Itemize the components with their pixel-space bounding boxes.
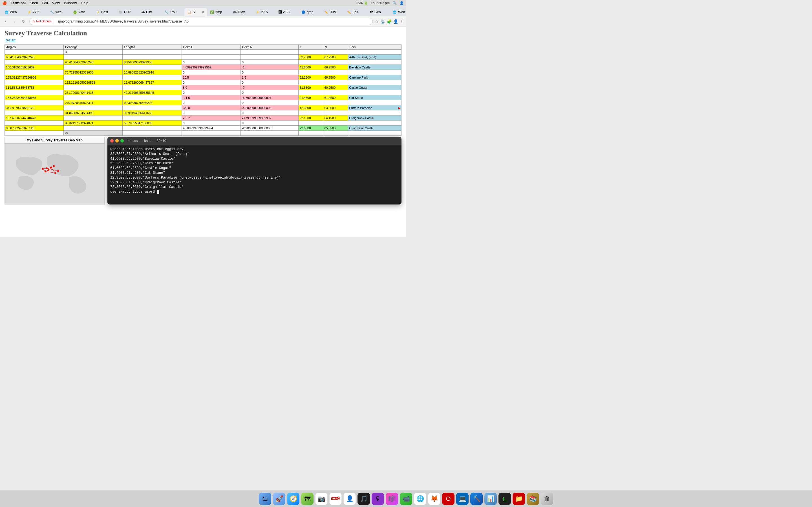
col-deltae: Delta E: [182, 45, 241, 50]
cell-angles-3: 160.3185161033639: [5, 65, 64, 70]
tab-label-275: 27.5: [33, 10, 39, 14]
tab-icon-abc: 🅱: [278, 10, 282, 14]
cell-bearings-2: 96.41084002023246: [64, 60, 123, 65]
cell-point-11: Surfers Paradise▶: [348, 105, 402, 110]
terminal-body[interactable]: users-mbp:htdocs user$ cat egg11.csv32.7…: [107, 145, 402, 205]
tab-post[interactable]: 📝 Post: [93, 8, 116, 16]
table-row: 76.7293561235963310.89082182390291600: [5, 70, 402, 75]
tab-web1[interactable]: 🌐 Web: [2, 8, 24, 16]
cell-e-9: 21.4500: [298, 95, 323, 100]
menubar-window[interactable]: Window: [64, 1, 77, 5]
cell-e-6: [298, 80, 323, 85]
menubar-search[interactable]: 🔍: [393, 1, 397, 5]
cell-bearings-14: 89.32197508924871: [64, 121, 123, 126]
map-title: My Land Survey Traverse Geo Map: [5, 137, 104, 144]
cell-deltaN-6: 0: [241, 80, 298, 85]
tab-play[interactable]: 🎮 Play: [230, 8, 253, 16]
terminal-close-button[interactable]: [110, 139, 114, 143]
terminal-line-1: 32.7500,67.2500,"Arthur's Seat, (Fort)": [110, 152, 399, 157]
tab-yate[interactable]: 🍏 Yate: [70, 8, 93, 16]
reload-button[interactable]: ↻: [20, 18, 27, 25]
tab-icon-rjmp2: 🔵: [301, 10, 305, 14]
cell-n-11: 63.0500: [323, 105, 348, 110]
menubar-shell[interactable]: Shell: [30, 1, 38, 5]
tab-label-survey: S: [193, 10, 195, 14]
menubar-view[interactable]: View: [52, 1, 60, 5]
apple-menu[interactable]: 🍎: [2, 1, 7, 5]
map-svg: [5, 144, 104, 205]
tab-rjmp2[interactable]: 🔵 rjmp: [299, 8, 321, 16]
tab-php[interactable]: 🐘 PHP: [116, 8, 139, 16]
tab-edit[interactable]: ✏️ Edit: [344, 8, 367, 16]
cell-angles-7: 319.5881835438755: [5, 85, 64, 90]
tab-survey[interactable]: 📋 S ✕: [185, 8, 207, 16]
tab-abc[interactable]: 🅱 ABC: [276, 8, 298, 16]
cell-point-1: Arthur's Seat, (Fort): [348, 55, 402, 60]
terminal-line-4: 61.6500,60.2500,"Castle Gogar": [110, 166, 399, 171]
cell-point-4: [348, 70, 402, 75]
profile-icon[interactable]: 👤: [393, 19, 398, 24]
cell-deltaN-8: 0: [241, 90, 298, 95]
cell-point-0: [348, 50, 402, 55]
cell-angles-8: [5, 90, 64, 95]
menubar: 🍎 Terminal Shell Edit View Window Help 7…: [0, 0, 406, 6]
tab-label-post: Post: [101, 10, 108, 14]
tab-icon-play: 🎮: [233, 10, 237, 14]
restart-link[interactable]: Restart: [4, 38, 15, 42]
page-title: Survey Traverse Calculation: [4, 29, 402, 37]
cell-lengths-0: [123, 50, 182, 55]
cell-point-7: Castle Gogar: [348, 85, 402, 90]
tab-icon-city: 🏙: [142, 10, 145, 14]
tab-close-survey[interactable]: ✕: [202, 10, 204, 14]
cell-deltaN-16: [241, 131, 298, 136]
col-deltan: Delta N: [241, 45, 298, 50]
tab-label-275b: 27.5: [261, 10, 267, 14]
terminal-line-9: users-mbp:htdocs user$: [110, 189, 399, 194]
cell-e-7: 61.6500: [298, 85, 323, 90]
tab-city[interactable]: 🏙 City: [139, 8, 161, 16]
tab-web2[interactable]: 🌐 Web: [390, 8, 406, 16]
tab-geo[interactable]: 🗺 Geo: [367, 8, 390, 16]
table-row: 187.45207744340473-10.7-3.79999999999999…: [5, 115, 402, 121]
tab-label-abc: ABC: [283, 10, 290, 14]
tab-rjmp1[interactable]: ✅ rjmp: [207, 8, 230, 16]
tab-rjm[interactable]: ✏️ RJM: [321, 8, 344, 16]
terminal-line-0: users-mbp:htdocs user$ cat egg11.csv: [110, 147, 399, 152]
table-row: 96.4108400202324632.750067.2500Arthur's …: [5, 55, 402, 60]
cell-n-2: [323, 60, 348, 65]
tab-icon-trou: 🔧: [164, 10, 168, 14]
tab-wee[interactable]: 🔧 wee: [47, 8, 70, 16]
cell-deltaN-1: [241, 55, 298, 60]
tab-label-rjmp1: rjmp: [215, 10, 222, 14]
tab-275b[interactable]: ⚡ 27.5: [253, 8, 275, 16]
tab-trou[interactable]: 🔧 Trou: [161, 8, 184, 16]
url-input[interactable]: [55, 18, 370, 25]
cast-icon[interactable]: 📡: [380, 19, 385, 24]
map-content[interactable]: [5, 144, 104, 205]
bookmark-icon[interactable]: ☆: [375, 19, 378, 24]
terminal-titlebar: htdocs — -bash — 89×10: [107, 137, 402, 145]
cell-deltaE-10: 0: [182, 100, 241, 105]
menubar-help[interactable]: Help: [81, 1, 89, 5]
cell-lengths-7: [123, 85, 182, 90]
terminal-window: htdocs — -bash — 89×10 users-mbp:htdocs …: [107, 137, 402, 205]
svg-rect-0: [5, 144, 104, 205]
terminal-minimize-button[interactable]: [115, 139, 119, 143]
cell-angles-13: 187.45207744340473: [5, 115, 64, 121]
tab-275[interactable]: ⚡ 27.5: [24, 8, 47, 16]
cell-lengths-1: [123, 55, 182, 60]
table-row: 81.869897645843999.89949493661166500: [5, 110, 402, 115]
terminal-maximize-button[interactable]: [120, 139, 124, 143]
forward-button[interactable]: ›: [11, 18, 18, 25]
menubar-user[interactable]: 👤: [400, 1, 404, 5]
menubar-edit[interactable]: Edit: [42, 1, 48, 5]
extension-icon[interactable]: 🧩: [387, 19, 392, 24]
table-row: 341.8978399585129-20.8-4.200000000000003…: [5, 105, 402, 110]
cell-e-3: 41.6500: [298, 65, 323, 70]
bottom-section: My Land Survey Traverse Geo Map: [4, 137, 402, 205]
cell-angles-11: 341.8978399585129: [5, 105, 64, 110]
back-button[interactable]: ‹: [2, 18, 9, 25]
menu-icon[interactable]: ⋮: [400, 19, 404, 24]
terminal-line-8: 72.8500,65.0500,"Craigmillar Castle": [110, 185, 399, 189]
menubar-app[interactable]: Terminal: [11, 1, 26, 5]
